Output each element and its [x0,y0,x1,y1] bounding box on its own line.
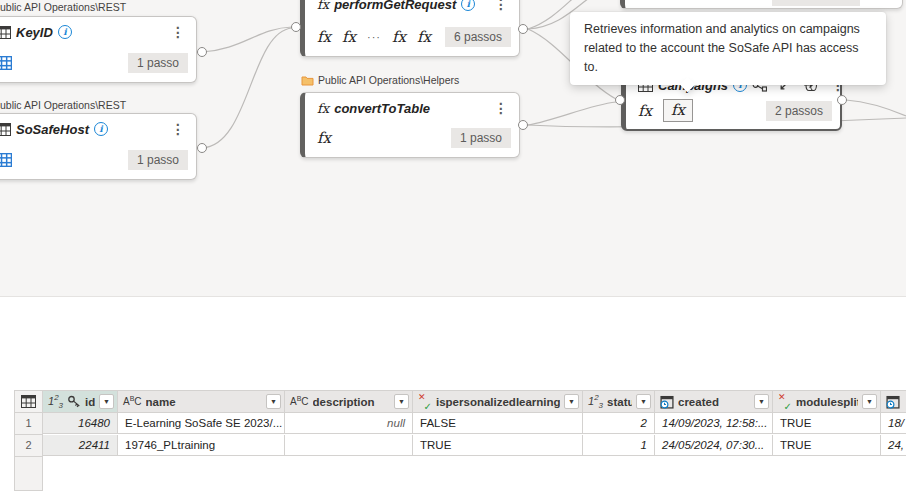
output-connector[interactable] [518,120,528,130]
output-connector[interactable] [518,24,528,34]
fx-step-icon[interactable]: fx [317,28,331,46]
more-options-icon[interactable]: ⋮ [492,0,510,12]
output-connector[interactable] [837,95,847,105]
output-connector[interactable] [197,143,207,153]
filter-dropdown-button[interactable]: ▼ [99,394,114,409]
table-icon [0,26,11,39]
fx-step-icon[interactable]: fx [317,129,331,147]
fx-step-icon[interactable]: fx [392,28,406,46]
fx-step-selected[interactable]: fx [663,99,693,122]
query-node-partial-top[interactable] [620,0,903,9]
query-node-keyid[interactable]: KeyID i ⋮ 1 passo [0,16,197,83]
truefalse-type-icon: ✕✓ [418,395,432,409]
steps-badge: 6 passos [445,27,511,47]
query-node-converttotable[interactable]: fx convertToTable ⋮ fx 1 passo [300,92,520,158]
text-type-icon: ABC [290,395,309,407]
cell-created[interactable]: 14/09/2023, 12:58:... [655,413,773,434]
table-icon [0,123,11,136]
column-label: modulesplit [796,396,858,408]
table-header-row: 123 id ▼ ABC name ▼ ABC description ▼ ✕✓ [14,390,906,413]
cell-status[interactable]: 2 [583,413,655,434]
fx-step-icon[interactable]: fx [417,28,431,46]
datetime-type-icon [886,395,900,409]
table-row[interactable]: 1 16480 E-Learning SoSafe SE 2023/... nu… [14,413,906,435]
table-step-icon[interactable] [0,153,12,167]
cell-description[interactable]: null [285,413,413,434]
column-header-status[interactable]: 123 status ▼ [583,390,655,413]
column-header-created[interactable]: created ▼ [655,390,773,413]
filter-dropdown-button[interactable]: ▼ [862,394,877,409]
info-icon[interactable]: i [94,122,108,136]
input-connector[interactable] [615,95,625,105]
column-header-partial[interactable] [881,390,906,413]
steps-badge [772,0,860,6]
number-type-icon: 123 [588,393,603,410]
column-header-description[interactable]: ABC description ▼ [285,390,413,413]
column-label: description [313,396,375,408]
filter-dropdown-button[interactable]: ▼ [754,394,769,409]
table-gutter-continuation [14,457,906,491]
cell-name[interactable]: E-Learning SoSafe SE 2023/... [118,413,285,434]
fx-step-icon[interactable]: fx [638,102,652,120]
steps-badge: 1 passo [451,128,511,148]
column-header-name[interactable]: ABC name ▼ [118,390,285,413]
group-label-rest-2: ublic API Operations\REST [0,99,126,111]
column-header-modulesplit[interactable]: ✕✓ modulesplit ▼ [773,390,881,413]
cell-ispersonalizedlearning[interactable]: FALSE [413,413,583,434]
fx-step-icon[interactable]: fx [342,28,356,46]
cell-modulesplit[interactable]: TRUE [773,435,881,456]
group-label-text: Public API Operations\Helpers [318,74,459,86]
filter-dropdown-button[interactable]: ▼ [266,394,281,409]
group-label-text: ublic API Operations\REST [0,99,126,111]
cell-created[interactable]: 24/05/2024, 07:30... [655,435,773,456]
more-options-icon[interactable]: ⋮ [492,100,510,116]
column-label: id [85,396,95,408]
steps-ellipsis-icon: ··· [367,31,381,43]
filter-dropdown-button[interactable]: ▼ [636,394,651,409]
fx-icon: fx [317,101,329,116]
cell-partial[interactable]: 18/ [881,413,906,434]
cell-status[interactable]: 1 [583,435,655,456]
group-label-helpers: Public API Operations\Helpers [301,74,459,86]
diagram-canvas[interactable]: ublic API Operations\REST ublic API Oper… [0,0,906,297]
steps-badge: 1 passo [128,150,188,170]
cell-name[interactable]: 19746_PLtraining [118,435,285,456]
table-icon [21,395,36,408]
cell-partial[interactable]: 24, [881,435,906,456]
filter-dropdown-button[interactable]: ▼ [394,394,409,409]
info-icon[interactable]: i [58,25,72,39]
cell-id[interactable]: 22411 [43,435,118,456]
fx-icon: fx [317,0,329,12]
table-row[interactable]: 2 22411 19746_PLtraining TRUE 1 24/05/20… [14,435,906,457]
column-label: ispersonalizedlearning [436,396,560,408]
info-icon[interactable]: i [461,0,475,11]
column-label: created [678,396,719,408]
cell-ispersonalizedlearning[interactable]: TRUE [413,435,583,456]
row-number[interactable]: 1 [14,413,43,435]
table-corner-button[interactable] [14,390,43,413]
truefalse-type-icon: ✕✓ [778,395,792,409]
steps-badge: 1 passo [128,53,188,73]
input-connector[interactable] [291,22,301,32]
row-gutter-empty [14,457,43,491]
cell-modulesplit[interactable]: TRUE [773,413,881,434]
more-options-icon[interactable]: ⋮ [169,24,187,40]
cell-id[interactable]: 16480 [43,413,118,434]
row-number[interactable]: 2 [14,435,43,457]
folder-icon [301,75,314,86]
query-node-sosafehost[interactable]: SoSafeHost i ⋮ 1 passo [0,113,197,180]
column-header-ispersonalizedlearning[interactable]: ✕✓ ispersonalizedlearning ▼ [413,390,583,413]
datetime-type-icon [660,395,674,409]
filter-dropdown-button[interactable]: ▼ [564,394,579,409]
formula-bar: ✕ ✓ fx convertToTable( campaignsResponse… [0,297,906,390]
group-label-rest-1: ublic API Operations\REST [0,1,126,13]
column-header-id[interactable]: 123 id ▼ [43,390,118,413]
query-node-performgetrequest[interactable]: fx performGetRequest i ⋮ fx fx ··· fx fx… [300,0,520,57]
number-type-icon: 123 [48,393,63,410]
table-step-icon[interactable] [0,56,12,70]
text-type-icon: ABC [123,395,142,407]
output-connector[interactable] [197,47,207,57]
more-options-icon[interactable]: ⋮ [169,121,187,137]
tooltip-text: Retrieves information and analytics on c… [584,22,860,74]
cell-description[interactable] [285,435,413,456]
